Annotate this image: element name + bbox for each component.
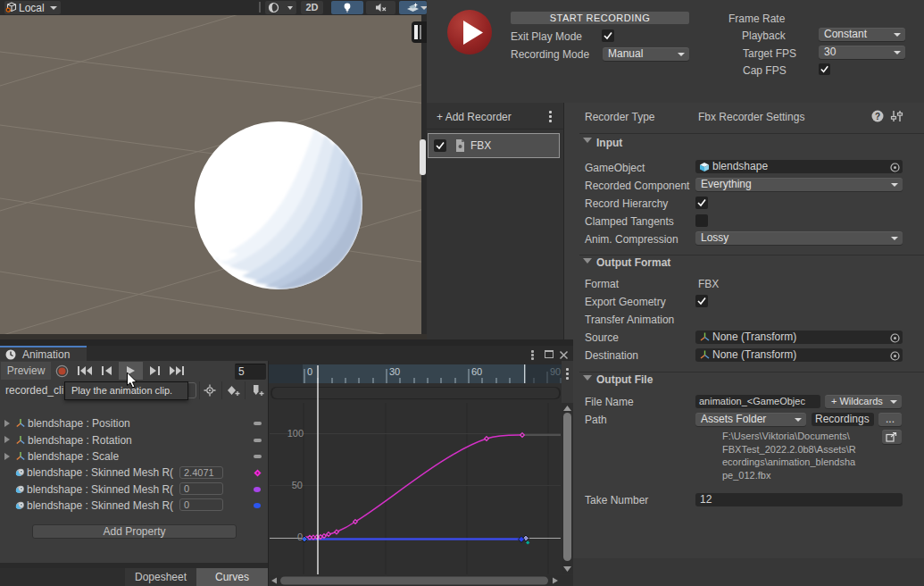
svg-text:?: ? bbox=[875, 112, 880, 121]
svg-text:30: 30 bbox=[389, 366, 400, 377]
svg-text:60: 60 bbox=[471, 366, 482, 377]
svg-text:0: 0 bbox=[307, 366, 312, 377]
svg-text:90: 90 bbox=[550, 366, 561, 377]
